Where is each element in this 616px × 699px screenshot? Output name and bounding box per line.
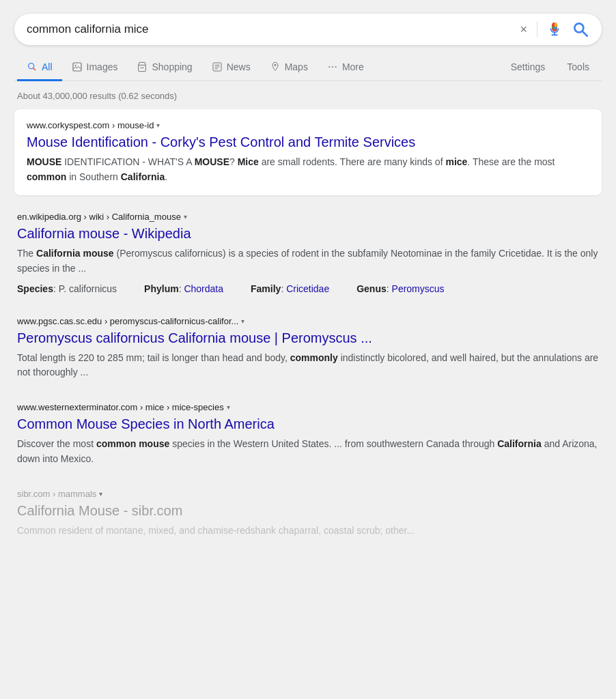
result-5-breadcrumb: sibr.com › mammals [17, 489, 96, 499]
result-1-title[interactable]: Mouse Identification - Corky's Pest Cont… [27, 133, 589, 151]
tab-settings[interactable]: Settings [501, 55, 555, 81]
news-tab-icon [212, 61, 223, 72]
result-2-breadcrumb: en.wikipedia.org › wiki › California_mou… [17, 212, 181, 222]
search-input[interactable] [27, 23, 520, 36]
tab-all-label: All [42, 61, 53, 72]
result-2-snippet: The California mouse (Peromyscus califor… [17, 246, 599, 276]
tab-settings-label: Settings [511, 61, 546, 72]
result-3-snippet: Total length is 220 to 285 mm; tail is l… [17, 351, 599, 380]
result-4-title[interactable]: Common Mouse Species in North America [17, 415, 599, 433]
nav-right: Settings Tools [501, 55, 599, 81]
tab-images[interactable]: Images [62, 55, 128, 81]
tab-maps[interactable]: Maps [260, 55, 318, 81]
result-3-dropdown[interactable]: ▾ [241, 317, 244, 325]
result-4: www.westernexterminator.com › mice › mic… [14, 393, 602, 476]
tab-tools[interactable]: Tools [557, 55, 599, 81]
result-2: en.wikipedia.org › wiki › California_mou… [14, 202, 602, 303]
result-2-title[interactable]: California mouse - Wikipedia [17, 225, 599, 242]
search-bar: × [14, 14, 602, 45]
svg-point-11 [274, 64, 276, 66]
result-4-dropdown[interactable]: ▾ [227, 403, 230, 411]
result-2-facts: Species: P. californicus Phylum: Chordat… [17, 283, 599, 294]
result-5: sibr.com › mammals ▾ California Mouse - … [14, 479, 602, 548]
svg-point-6 [74, 65, 76, 66]
maps-tab-icon [270, 61, 281, 72]
result-2-dropdown[interactable]: ▾ [184, 213, 187, 220]
result-5-url: sibr.com › mammals ▾ [17, 489, 599, 499]
fact-family: Family: Cricetidae [251, 283, 329, 294]
shopping-tab-icon [137, 61, 148, 72]
image-tab-icon [72, 61, 83, 72]
search-icon[interactable] [572, 20, 589, 38]
svg-rect-5 [73, 63, 81, 71]
result-1: www.corkyspest.com › mouse-id ▾ Mouse Id… [14, 109, 602, 195]
result-4-url: www.westernexterminator.com › mice › mic… [17, 402, 599, 412]
result-1-url: www.corkyspest.com › mouse-id ▾ [27, 120, 589, 130]
svg-point-12 [328, 66, 330, 68]
tab-images-label: Images [87, 61, 118, 72]
result-3-title[interactable]: Peromyscus californicus California mouse… [17, 329, 599, 347]
svg-point-13 [332, 66, 333, 68]
results-info: About 43,000,000 results (0.62 seconds) [14, 91, 602, 101]
more-tab-icon [327, 61, 338, 72]
result-1-breadcrumb: www.corkyspest.com › mouse-id [27, 120, 154, 130]
result-3-breadcrumb: www.pgsc.cas.sc.edu › peromyscus-califor… [17, 316, 238, 326]
result-5-dropdown[interactable]: ▾ [99, 490, 102, 498]
nav-tabs: All Images Shopping [14, 55, 602, 81]
svg-point-14 [335, 66, 337, 68]
fact-species: Species: P. californicus [17, 283, 117, 294]
tab-shopping-label: Shopping [152, 61, 192, 72]
result-4-snippet: Discover the most common mouse species i… [17, 437, 599, 466]
result-5-snippet: Common resident of montane, mixed, and c… [17, 524, 599, 539]
tab-all[interactable]: All [17, 55, 62, 81]
result-1-snippet: MOUSE IDENTIFICATION - WHAT'S A MOUSE? M… [27, 155, 589, 184]
tab-news-label: News [227, 61, 251, 72]
result-1-dropdown[interactable]: ▾ [156, 122, 160, 129]
result-5-title[interactable]: California Mouse - sibr.com [17, 502, 599, 519]
search-tab-icon [27, 61, 38, 72]
svg-line-4 [33, 68, 36, 70]
fact-genus: Genus: Peromyscus [356, 283, 444, 294]
result-3: www.pgsc.cas.sc.edu › peromyscus-califor… [14, 306, 602, 390]
tab-tools-label: Tools [567, 61, 589, 72]
fact-phylum: Phylum: Chordata [144, 283, 223, 294]
tab-shopping[interactable]: Shopping [127, 55, 201, 81]
tab-more[interactable]: More [318, 55, 374, 81]
result-4-breadcrumb: www.westernexterminator.com › mice › mic… [17, 402, 224, 412]
svg-line-2 [583, 31, 587, 36]
result-2-url: en.wikipedia.org › wiki › California_mou… [17, 212, 599, 222]
tab-news[interactable]: News [202, 55, 260, 81]
page-wrapper: × [14, 14, 602, 547]
result-3-url: www.pgsc.cas.sc.edu › peromyscus-califor… [17, 316, 599, 326]
clear-icon[interactable]: × [520, 23, 527, 37]
vertical-divider [537, 22, 537, 37]
tab-more-label: More [342, 61, 364, 72]
mic-icon[interactable] [547, 22, 562, 37]
tab-maps-label: Maps [285, 61, 308, 72]
search-bar-icons: × [520, 20, 589, 38]
